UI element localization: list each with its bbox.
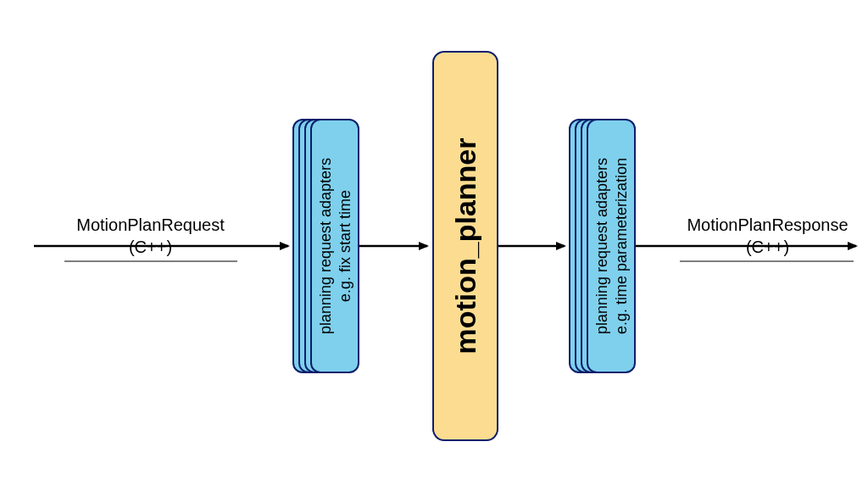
request-label: MotionPlanRequest (C++) <box>64 214 237 258</box>
post-adapter-line2: e.g. time parameterization <box>611 158 631 334</box>
response-label: MotionPlanResponse (C++) <box>681 214 854 258</box>
pre-adapter-card-3: planning request adapters e.g. fix start… <box>310 119 359 373</box>
pre-adapter-label: planning request adapters e.g. fix start… <box>316 158 354 334</box>
response-label-bottom: (C++) <box>681 236 854 258</box>
post-adapter-line1: planning request adapters <box>593 158 612 334</box>
pre-adapter-line2: e.g. fix start time <box>335 190 354 302</box>
motion-planner-box: motion_planner <box>432 51 498 441</box>
request-label-top: MotionPlanRequest <box>76 215 225 234</box>
request-label-bottom: (C++) <box>64 236 237 258</box>
post-adapter-label: planning request adapters e.g. time para… <box>593 158 631 334</box>
pre-adapter-line1: planning request adapters <box>316 158 336 334</box>
motion-planner-label: motion_planner <box>449 137 482 354</box>
post-adapter-card-3: planning request adapters e.g. time para… <box>587 119 636 373</box>
pipeline-diagram: MotionPlanRequest (C++) planning request… <box>0 0 868 492</box>
response-label-top: MotionPlanResponse <box>687 215 848 234</box>
